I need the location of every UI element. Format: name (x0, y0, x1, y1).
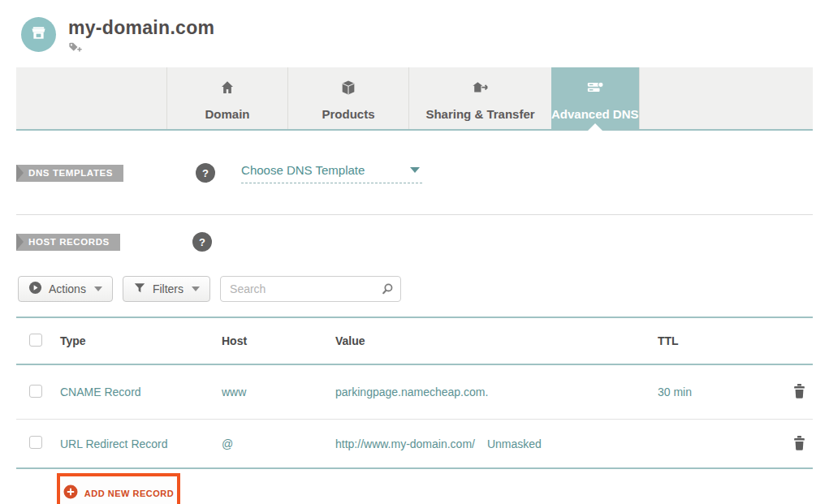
row-checkbox[interactable] (29, 385, 42, 398)
column-header-type: Type (60, 334, 222, 347)
host-records-section: HOST RECORDS ? (16, 231, 813, 252)
add-record-row: ADD NEW RECORD (16, 469, 813, 504)
actions-button[interactable]: Actions (18, 276, 113, 302)
section-divider (16, 214, 813, 215)
chevron-down-icon (94, 286, 102, 291)
record-type[interactable]: CNAME Record (60, 386, 222, 398)
dns-template-dropdown-label: Choose DNS Template (241, 163, 365, 177)
dns-templates-section: DNS TEMPLATES ? Choose DNS Template (16, 152, 813, 194)
funnel-icon (133, 282, 146, 297)
transfer-icon (471, 79, 490, 100)
dns-templates-badge: DNS TEMPLATES (16, 165, 123, 182)
column-header-ttl: TTL (658, 334, 755, 347)
host-records-toolbar: Actions Filters (18, 276, 813, 302)
delete-record-button[interactable] (792, 383, 806, 401)
plus-circle-icon (63, 485, 78, 502)
select-all-checkbox[interactable] (29, 334, 42, 347)
delete-record-button[interactable] (792, 435, 806, 453)
table-row: CNAME Record www parkingpage.namecheap.c… (16, 365, 813, 419)
storefront-icon (29, 24, 48, 45)
record-value[interactable]: parkingpage.namecheap.com. (335, 386, 488, 398)
domain-avatar (21, 17, 56, 52)
add-new-record-label: ADD NEW RECORD (84, 489, 174, 498)
page-title: my-domain.com (68, 17, 214, 38)
record-host[interactable]: @ (222, 437, 335, 450)
trash-icon (792, 389, 806, 401)
tab-domain[interactable]: Domain (166, 67, 287, 129)
play-circle-icon (28, 281, 42, 297)
chevron-down-icon (192, 286, 200, 291)
record-host[interactable]: www (222, 386, 335, 398)
tab-sharing-transfer[interactable]: Sharing & Transfer (408, 67, 551, 129)
column-header-value: Value (335, 334, 658, 347)
dns-server-icon (585, 79, 605, 100)
record-type[interactable]: URL Redirect Record (60, 437, 222, 450)
add-new-record-button[interactable]: ADD NEW RECORD (57, 473, 180, 504)
host-records-badge: HOST RECORDS (16, 234, 120, 251)
row-checkbox[interactable] (29, 436, 42, 449)
home-icon (218, 79, 236, 100)
tab-bar-spacer (16, 67, 166, 129)
table-row: URL Redirect Record @ http://www.my-doma… (16, 420, 813, 467)
dns-template-dropdown[interactable]: Choose DNS Template (241, 163, 422, 183)
trash-icon (792, 441, 806, 453)
record-ttl[interactable]: 30 min (658, 386, 755, 398)
column-header-host: Host (222, 334, 335, 347)
filters-button[interactable]: Filters (123, 276, 210, 302)
tab-label: Advanced DNS (551, 107, 639, 121)
package-icon (339, 79, 357, 100)
help-icon[interactable]: ? (196, 163, 215, 183)
actions-button-label: Actions (49, 282, 86, 295)
magnifier-icon[interactable] (381, 282, 394, 299)
tab-advanced-dns[interactable]: Advanced DNS (551, 67, 639, 129)
tab-bar-filler (639, 67, 813, 129)
tag-plus-icon[interactable] (68, 42, 83, 56)
record-value-note: Unmasked (487, 437, 542, 450)
record-value[interactable]: http://www.my-domain.com/ (335, 437, 475, 450)
tab-label: Products (322, 107, 374, 121)
tab-bar: Domain Products Sharing & Transfer (16, 67, 813, 131)
tab-label: Domain (205, 107, 249, 121)
filters-button-label: Filters (153, 282, 184, 295)
help-icon[interactable]: ? (192, 232, 212, 252)
table-header-row: Type Host Value TTL (16, 318, 813, 364)
domain-header: my-domain.com (0, 0, 829, 67)
search-box (220, 276, 401, 302)
tab-label: Sharing & Transfer (425, 107, 534, 121)
search-input[interactable] (220, 276, 401, 302)
chevron-down-icon (410, 167, 420, 173)
tab-products[interactable]: Products (287, 67, 408, 129)
host-records-table: Type Host Value TTL CNAME Record www par… (16, 317, 813, 504)
